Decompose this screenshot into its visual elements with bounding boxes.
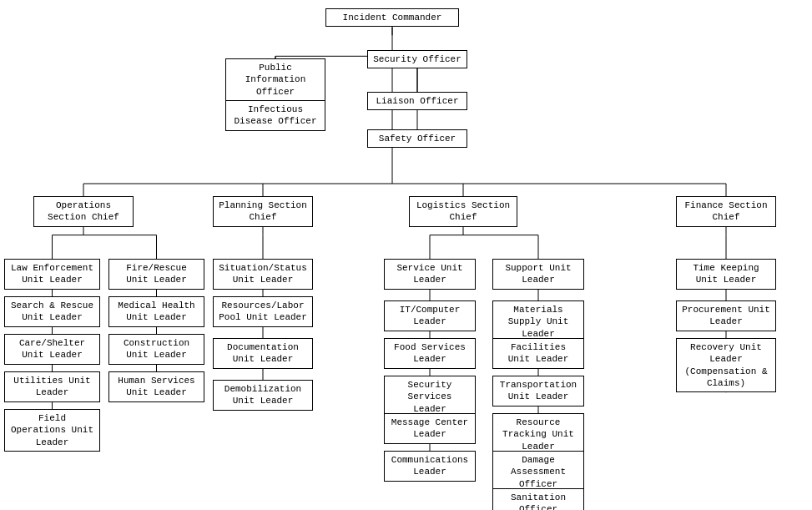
damage-assessment-officer-box: Damage Assessment Officer	[492, 451, 584, 493]
materials-supply-unit-leader-box: Materials Supply Unit Leader	[492, 300, 584, 343]
infectious-disease-officer-box: Infectious Disease Officer	[225, 100, 325, 131]
food-services-leader-box: Food Services Leader	[384, 338, 476, 369]
message-center-leader-box: Message Center Leader	[384, 413, 476, 444]
safety-officer-box: Safety Officer	[367, 129, 467, 148]
medical-health-unit-leader-box: Medical Health Unit Leader	[108, 296, 204, 327]
demobilization-unit-leader-box: Demobilization Unit Leader	[213, 380, 313, 411]
operations-section-chief-box: Operations Section Chief	[33, 196, 134, 227]
time-keeping-unit-leader-box: Time Keeping Unit Leader	[676, 259, 776, 290]
planning-section-chief-box: Planning Section Chief	[213, 196, 313, 227]
human-services-unit-leader-box: Human Services Unit Leader	[108, 371, 204, 402]
construction-unit-leader-box: Construction Unit Leader	[108, 334, 204, 365]
transportation-unit-leader-box: Transportation Unit Leader	[492, 376, 584, 406]
incident-commander-box: Incident Commander	[325, 8, 459, 27]
sanitation-officer-box: Sanitation Officer	[492, 488, 584, 510]
procurement-unit-leader-box: Procurement Unit Leader	[676, 300, 776, 331]
fire-rescue-unit-leader-box: Fire/Rescue Unit Leader	[108, 259, 204, 290]
search-rescue-unit-leader-box: Search & Rescue Unit Leader	[4, 296, 100, 327]
communications-leader-box: Communications Leader	[384, 451, 476, 482]
resources-labor-pool-unit-leader-box: Resources/Labor Pool Unit Leader	[213, 296, 313, 327]
recovery-unit-leader-box: Recovery Unit Leader (Compensation & Cla…	[676, 338, 776, 392]
resource-tracking-unit-leader-box: Resource Tracking Unit Leader	[492, 413, 584, 456]
it-computer-leader-box: IT/Computer Leader	[384, 300, 476, 331]
situation-status-unit-leader-box: Situation/Status Unit Leader	[213, 259, 313, 290]
field-operations-unit-leader-box: Field Operations Unit Leader	[4, 409, 100, 452]
facilities-unit-leader-box: Facilities Unit Leader	[492, 338, 584, 369]
liaison-officer-box: Liaison Officer	[367, 92, 467, 110]
care-shelter-unit-leader-box: Care/Shelter Unit Leader	[4, 334, 100, 365]
logistics-section-chief-box: Logistics Section Chief	[409, 196, 517, 227]
security-officer-box: Security Officer	[367, 50, 467, 68]
utilities-unit-leader-box: Utilities Unit Leader	[4, 371, 100, 402]
security-services-leader-box: Security Services Leader	[384, 376, 476, 418]
finance-section-chief-box: Finance Section Chief	[676, 196, 776, 227]
documentation-unit-leader-box: Documentation Unit Leader	[213, 338, 313, 369]
law-enforcement-unit-leader-box: Law Enforcement Unit Leader	[4, 259, 100, 290]
public-information-officer-box: Public Information Officer	[225, 58, 325, 101]
service-unit-leader-box: Service Unit Leader	[384, 259, 476, 290]
support-unit-leader-box: Support Unit Leader	[492, 259, 584, 290]
